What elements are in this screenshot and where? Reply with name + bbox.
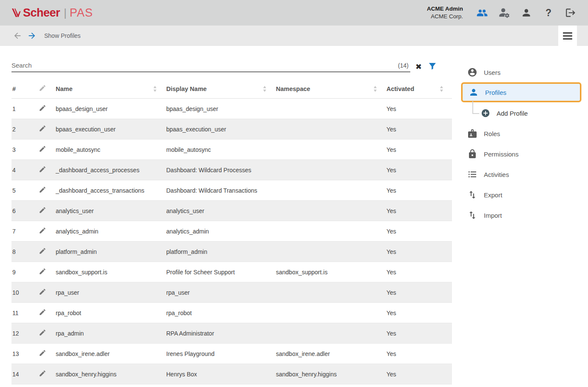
sort-icon[interactable] — [440, 86, 443, 92]
edit-icon[interactable] — [39, 165, 46, 173]
edit-row-button[interactable] — [38, 99, 55, 119]
column-header-name[interactable]: Name — [55, 79, 165, 99]
table-row[interactable]: 11 rpa_robot rpa_robot Yes — [11, 303, 452, 323]
table-row[interactable]: 10 rpa_user rpa_user Yes — [11, 282, 452, 303]
sort-icon[interactable] — [263, 86, 267, 92]
forward-arrow-icon[interactable] — [27, 31, 37, 41]
edit-icon[interactable] — [39, 370, 46, 377]
edit-row-button[interactable] — [38, 242, 55, 262]
edit-icon[interactable] — [39, 186, 46, 194]
sidebar-item-users[interactable]: Users — [461, 62, 581, 83]
profile-activated: Yes — [386, 364, 452, 384]
add-circle-icon — [481, 108, 490, 118]
profiles-table: # Name Display Name Namespace — [11, 79, 452, 384]
edit-icon[interactable] — [39, 125, 46, 132]
account-org: ACME Corp. — [427, 13, 463, 20]
column-header-namespace[interactable]: Namespace — [275, 79, 386, 99]
search-input[interactable] — [11, 62, 398, 69]
edit-row-button[interactable] — [38, 262, 55, 282]
profile-namespace — [275, 160, 386, 180]
edit-icon[interactable] — [39, 227, 46, 234]
table-row[interactable]: 8 platform_admin platform_admin Yes — [11, 242, 452, 262]
profile-activated: Yes — [386, 99, 452, 119]
table-row[interactable]: 2 bpaas_execution_user bpaas_execution_u… — [11, 119, 452, 139]
edit-row-button[interactable] — [38, 201, 55, 221]
column-header-edit — [38, 79, 55, 99]
clear-search-icon[interactable]: ✖ — [415, 63, 422, 71]
table-row[interactable]: 9 sandbox_support.is Profile for Scheer … — [11, 262, 452, 282]
sidebar-item-permissions[interactable]: Permissions — [461, 144, 581, 164]
admin-settings-icon[interactable] — [498, 6, 511, 19]
filter-icon[interactable] — [427, 61, 437, 71]
table-row[interactable]: 7 analytics_admin analytics_admin Yes — [11, 221, 452, 242]
edit-icon[interactable] — [39, 145, 46, 153]
column-header-activated[interactable]: Activated — [386, 79, 452, 99]
table-row[interactable]: 14 sandbox_henry.higgins Henrys Box sand… — [11, 364, 452, 384]
sidebar-item-profiles[interactable]: Profiles — [461, 83, 581, 102]
sidebar-item-import[interactable]: Import — [461, 205, 581, 225]
profile-display-name: rpa_user — [165, 282, 275, 303]
profile-display-name: Henrys Box — [165, 364, 275, 384]
profile-display-name: bpaas_execution_user — [165, 119, 275, 139]
table-row[interactable]: 4 _dashboard_access_processes Dashboard:… — [11, 160, 452, 180]
breadcrumb-bar: Show Profiles — [0, 26, 588, 46]
profile-display-name: Dashboard: Wildcard Processes — [165, 160, 275, 180]
sort-icon[interactable] — [153, 86, 157, 92]
table-row[interactable]: 12 rpa_admin RPA Administrator Yes — [11, 323, 452, 344]
sidebar-item-roles[interactable]: Roles — [461, 123, 581, 144]
sidebar-item-export[interactable]: Export — [461, 185, 581, 205]
edit-icon[interactable] — [39, 349, 46, 357]
sidebar-item-activities[interactable]: Activities — [461, 164, 581, 185]
table-row[interactable]: 13 sandbox_irene.adler Irenes Playground… — [11, 344, 452, 364]
profile-display-name: analytics_admin — [165, 221, 275, 242]
result-count: (14) — [398, 62, 410, 69]
table-row[interactable]: 1 bpaas_design_user bpaas_design_user Ye… — [11, 99, 452, 119]
export-icon — [467, 190, 477, 200]
edit-row-button[interactable] — [38, 303, 55, 323]
edit-row-button[interactable] — [38, 180, 55, 201]
row-number: 4 — [11, 160, 38, 180]
sort-icon[interactable] — [373, 86, 377, 92]
table-row[interactable]: 3 mobile_autosync mobile_autosync Yes — [11, 139, 452, 160]
column-header-display-name[interactable]: Display Name — [165, 79, 275, 99]
profile-namespace — [275, 139, 386, 160]
profile-name: _dashboard_access_processes — [55, 160, 165, 180]
profile-namespace: sandbox_henry.higgins — [275, 364, 386, 384]
edit-row-button[interactable] — [38, 221, 55, 242]
edit-icon[interactable] — [39, 206, 46, 214]
account-icon[interactable] — [520, 6, 533, 19]
edit-icon[interactable] — [39, 308, 46, 316]
profile-display-name: mobile_autosync — [165, 139, 275, 160]
profile-namespace: sandbox_support.is — [275, 262, 386, 282]
edit-row-button[interactable] — [38, 119, 55, 139]
edit-row-button[interactable] — [38, 364, 55, 384]
edit-row-button[interactable] — [38, 344, 55, 364]
sidebar-item-add-profile[interactable]: Add Profile — [461, 103, 581, 123]
edit-icon[interactable] — [39, 267, 46, 275]
edit-icon[interactable] — [39, 288, 46, 296]
page-title: Show Profiles — [44, 32, 81, 39]
profile-namespace — [275, 201, 386, 221]
user-management-icon[interactable] — [476, 6, 489, 19]
right-sidebar: Users Profiles Add Profile Roles — [452, 46, 588, 387]
profile-activated: Yes — [386, 262, 452, 282]
table-row[interactable]: 6 analytics_user analytics_user Yes — [11, 201, 452, 221]
edit-row-button[interactable] — [38, 139, 55, 160]
profile-name: mobile_autosync — [55, 139, 165, 160]
edit-row-button[interactable] — [38, 323, 55, 344]
table-row[interactable]: 5 _dashboard_access_transactions Dashboa… — [11, 180, 452, 201]
edit-row-button[interactable] — [38, 160, 55, 180]
edit-icon[interactable] — [39, 104, 46, 112]
edit-icon[interactable] — [39, 329, 46, 336]
profile-activated: Yes — [386, 160, 452, 180]
hamburger-menu-icon[interactable] — [558, 26, 577, 46]
column-header-number: # — [11, 79, 38, 99]
edit-icon[interactable] — [39, 247, 46, 255]
help-icon[interactable]: ? — [542, 6, 555, 19]
edit-icon — [39, 84, 46, 92]
logout-icon[interactable] — [564, 6, 577, 19]
lock-icon — [467, 149, 477, 159]
profile-namespace — [275, 242, 386, 262]
back-arrow-icon[interactable] — [13, 31, 23, 41]
edit-row-button[interactable] — [38, 282, 55, 303]
